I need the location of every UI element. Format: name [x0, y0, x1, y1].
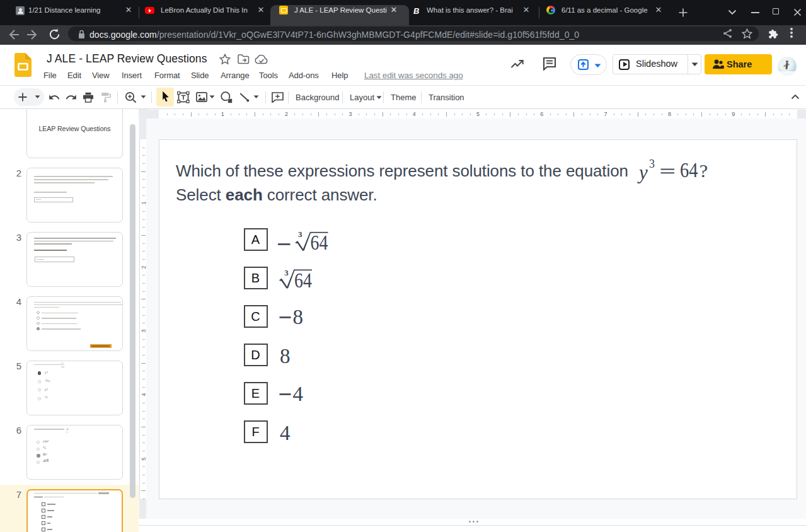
- svg-text:?: ?: [699, 160, 708, 181]
- svg-text:64: 64: [294, 269, 312, 292]
- svg-text:8: 8: [280, 345, 291, 367]
- svg-text:4: 4: [293, 383, 304, 405]
- svg-text:3: 3: [649, 158, 655, 170]
- svg-text:8: 8: [293, 306, 304, 328]
- svg-text:64: 64: [311, 231, 328, 254]
- svg-text:y: y: [637, 161, 648, 183]
- svg-text:3: 3: [284, 268, 289, 277]
- svg-text:64: 64: [680, 159, 698, 182]
- svg-text:3: 3: [298, 229, 302, 239]
- svg-text:4: 4: [280, 422, 291, 444]
